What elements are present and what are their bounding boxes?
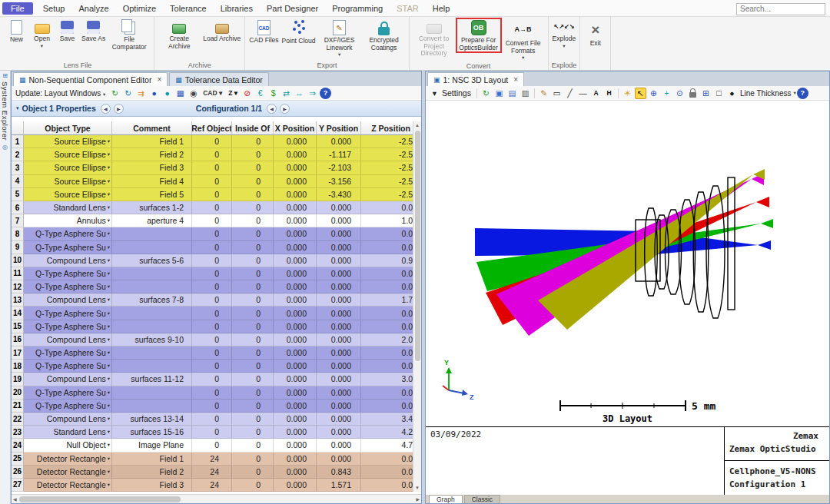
swap-icon[interactable]: ⇄ (281, 88, 292, 99)
object-type-cell[interactable]: Compound Lens▾ (24, 373, 112, 386)
menu-file[interactable]: File (2, 2, 33, 15)
print-icon[interactable]: ▥ (520, 88, 531, 99)
x-position-cell[interactable]: 0.000 (274, 175, 317, 188)
z-position-cell[interactable]: 1.00 (361, 214, 413, 227)
y-position-cell[interactable]: 0.000 (317, 439, 361, 452)
menu-help[interactable]: Help (426, 4, 457, 13)
y-position-cell[interactable]: 0.000 (317, 267, 361, 280)
comment-cell[interactable]: surfaces 5-6 (112, 254, 192, 267)
x-position-cell[interactable]: 0.000 (274, 227, 317, 240)
clear-detectors-icon[interactable]: ⊘ (241, 88, 253, 99)
inside-of-cell[interactable]: 0 (232, 413, 274, 426)
z-position-cell[interactable]: 0.00 (361, 386, 413, 400)
detector-grid-icon[interactable]: ▦ (174, 88, 186, 99)
ref-object-cell[interactable]: 0 (192, 307, 232, 320)
ref-object-cell[interactable]: 0 (192, 254, 232, 267)
comment-cell[interactable]: surfaces 13-14 (112, 413, 192, 426)
y-position-cell[interactable]: 0.000 (317, 413, 361, 426)
y-position-cell[interactable]: -1.117 (317, 148, 361, 161)
y-position-cell[interactable]: 0.000 (317, 386, 361, 400)
object-type-cell[interactable]: Compound Lens▾ (24, 254, 112, 267)
menu-star[interactable]: STAR (390, 4, 426, 13)
ref-object-cell[interactable]: 0 (192, 214, 232, 227)
shaded-model-icon[interactable]: ● (148, 88, 160, 99)
y-position-cell[interactable]: 0.000 (317, 333, 361, 346)
prev-object-button[interactable]: ◀ (101, 104, 111, 114)
row-number[interactable]: 19 (12, 373, 24, 386)
explode-button[interactable]: ↖↗↙↘Explode▾ (551, 18, 578, 49)
row-number[interactable]: 16 (12, 333, 24, 346)
z-position-cell[interactable]: 0.00 (361, 241, 413, 254)
detector-viewer-icon[interactable]: ◉ (188, 88, 199, 99)
dash-icon[interactable]: — (577, 88, 589, 99)
object-type-cell[interactable]: Q-Type Asphere Su▾ (24, 320, 112, 333)
tab-nsc-component-editor[interactable]: ▦ Non-Sequential Component Editor × (13, 72, 168, 86)
object-type-cell[interactable]: Detector Rectangle▾ (24, 453, 112, 466)
comment-cell[interactable]: Field 1 (112, 135, 192, 148)
inside-of-cell[interactable]: 0 (232, 293, 274, 307)
object-type-cell[interactable]: Q-Type Asphere Su▾ (24, 227, 112, 240)
menu-part-designer[interactable]: Part Designer (260, 4, 325, 13)
go-icon[interactable]: ⇒ (307, 88, 318, 99)
z-position-cell[interactable]: 4.26 (361, 426, 413, 439)
object-type-cell[interactable]: Q-Type Asphere Su▾ (24, 241, 112, 254)
object-type-cell[interactable]: Q-Type Asphere Su▾ (24, 360, 112, 373)
row-number[interactable]: 10 (12, 254, 24, 267)
load-archive-button[interactable]: Load Archive (201, 18, 242, 44)
scrollbar-thumb[interactable] (415, 131, 420, 361)
tab-nsc-3d-layout[interactable]: ▣ 1: NSC 3D Layout × (427, 72, 524, 86)
auto-update-icon[interactable]: ⇉ (135, 88, 147, 99)
inside-of-cell[interactable]: 0 (232, 161, 274, 174)
lock-icon[interactable] (687, 88, 699, 99)
comment-cell[interactable]: Field 4 (112, 175, 192, 188)
ref-object-cell[interactable]: 0 (192, 346, 232, 360)
inside-of-cell[interactable]: 0 (232, 320, 274, 333)
inside-of-cell[interactable]: 0 (232, 426, 274, 439)
orbit-icon[interactable]: ⊕ (648, 88, 659, 99)
z-position-cell[interactable]: 0.00 (361, 280, 413, 293)
comment-cell[interactable]: Field 3 (112, 479, 192, 492)
object-type-cell[interactable]: Compound Lens▾ (24, 333, 112, 346)
y-position-cell[interactable]: 0.000 (317, 307, 361, 320)
convert-file-formats-button[interactable]: A→BConvert File Formats▾ (501, 18, 546, 61)
3d-layout-view[interactable]: Y Z 5 mm 3D Layout (426, 101, 829, 426)
inside-of-cell[interactable]: 0 (232, 280, 274, 293)
create-archive-button[interactable]: Create Archive (157, 18, 201, 51)
object-viewer-icon[interactable]: ● (161, 88, 173, 99)
tab-tolerance-data-editor[interactable]: ▦ Tolerance Data Editor (169, 72, 269, 86)
ref-object-cell[interactable]: 0 (192, 413, 232, 426)
comment-cell[interactable]: surfaces 1-2 (112, 201, 192, 214)
scroll-up-icon[interactable]: ▲ (415, 121, 420, 129)
row-number[interactable]: 8 (12, 227, 24, 240)
x-position-cell[interactable]: 0.000 (274, 346, 317, 360)
row-number[interactable]: 12 (12, 280, 24, 293)
z-position-cell[interactable]: 0.95 (361, 254, 413, 267)
y-position-cell[interactable]: 0.843 (317, 466, 361, 479)
inside-of-cell[interactable]: 0 (232, 135, 274, 148)
z-position-cell[interactable]: 0.00 (361, 453, 413, 466)
coin-icon[interactable]: $ (267, 88, 279, 99)
x-position-cell[interactable]: 0.000 (274, 267, 317, 280)
ref-object-cell[interactable]: 24 (192, 466, 232, 479)
object-type-cell[interactable]: Q-Type Asphere Su▾ (24, 307, 112, 320)
y-position-cell[interactable]: 0.000 (317, 320, 361, 333)
comment-cell[interactable]: surfaces 7-8 (112, 293, 192, 307)
y-position-cell[interactable]: 0.000 (317, 360, 361, 373)
z-position-cell[interactable]: -2.52 (361, 135, 413, 148)
y-position-cell[interactable]: -2.103 (317, 161, 361, 174)
z-position-cell[interactable]: 0.00 (361, 320, 413, 333)
x-position-cell[interactable]: 0.000 (274, 386, 317, 400)
comment-cell[interactable]: Image Plane (112, 439, 192, 452)
x-position-cell[interactable]: 0.000 (274, 254, 317, 267)
ref-object-cell[interactable]: 0 (192, 135, 232, 148)
next-config-button[interactable]: ▶ (280, 104, 290, 114)
tab-classic[interactable]: Classic (464, 495, 500, 503)
inside-of-cell[interactable]: 0 (232, 214, 274, 227)
y-position-cell[interactable]: 0.000 (317, 293, 361, 307)
save-icon[interactable]: ▤ (506, 88, 518, 99)
inside-of-cell[interactable]: 0 (232, 346, 274, 360)
menu-optimize[interactable]: Optimize (116, 4, 163, 13)
z-position-cell[interactable]: -2.52 (361, 188, 413, 201)
z-position-cell[interactable]: 0.00 (361, 267, 413, 280)
row-number[interactable]: 26 (12, 466, 24, 479)
